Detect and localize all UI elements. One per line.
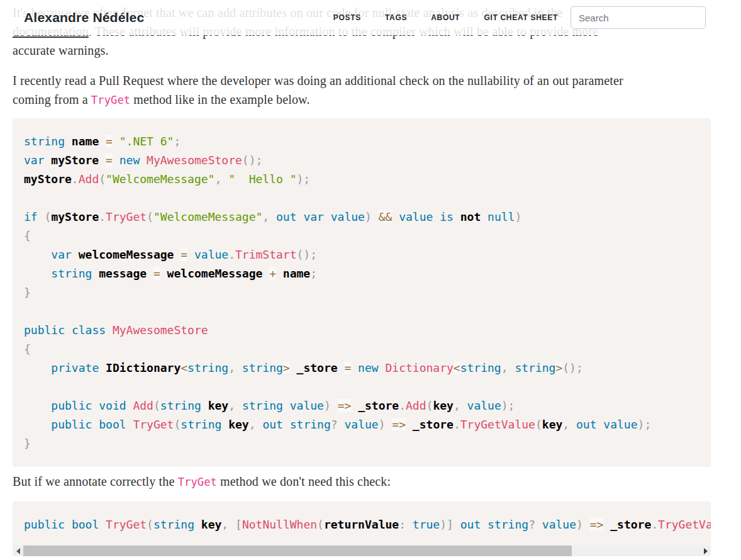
right-triangle-icon: [704, 548, 708, 554]
nav-item-about[interactable]: ABOUT: [431, 13, 460, 22]
site-header: Alexandre Nédélec POSTS TAGS ABOUT GIT C…: [0, 0, 741, 35]
nav-item-git-cheat-sheet[interactable]: GIT CHEAT SHEET: [484, 13, 558, 22]
text-segment: method we don't need this check:: [217, 474, 391, 488]
paragraph-line: I recently read a Pull Request where the…: [13, 71, 711, 90]
text-segment: coming from a: [13, 92, 91, 106]
paragraph-line: coming from a TryGet method like in the …: [13, 90, 711, 109]
site-title-link[interactable]: Alexandre Nédélec: [24, 10, 144, 25]
code-line: }: [24, 283, 699, 302]
code-block-example: string name = ".NET 6";var myStore = new…: [13, 118, 711, 467]
paragraph-annotate: But if we annotate correctly the TryGet …: [13, 472, 711, 491]
code-line: public class MyAwesomeStore: [24, 321, 699, 340]
code-line: [24, 189, 699, 208]
text-segment: method like in the example below.: [130, 92, 309, 106]
code-line: myStore.Add("WelcomeMessage", " Hello ")…: [24, 170, 699, 189]
scrollbar-right-arrow-icon[interactable]: [700, 546, 711, 556]
code-line: if (myStore.TryGet("WelcomeMessage", out…: [24, 208, 699, 227]
code-line: public void Add(string key, string value…: [24, 396, 699, 415]
code-line: }: [24, 434, 699, 453]
code-line: private IDictionary<string, string> _sto…: [24, 359, 699, 378]
inline-code-tryget: TryGet: [91, 94, 130, 106]
nav-item-posts[interactable]: POSTS: [333, 13, 361, 22]
intro-line-3: accurate warnings.: [13, 41, 711, 60]
code-line: string message = welcomeMessage + name;: [24, 264, 699, 283]
code-scroll-content: public bool TryGet(string key, [NotNullW…: [24, 515, 699, 534]
search-input[interactable]: [571, 6, 706, 29]
code-line: string name = ".NET 6";: [24, 132, 699, 151]
inline-code-tryget: TryGet: [178, 476, 217, 488]
code-line: var myStore = new MyAwesomeStore();: [24, 151, 699, 170]
paragraph-tryget-example: I recently read a Pull Request where the…: [13, 71, 711, 109]
paragraph-line: But if we annotate correctly the TryGet …: [13, 472, 711, 491]
code-line: var welcomeMessage = value.TrimStart();: [24, 245, 699, 264]
scrollbar-left-arrow-icon[interactable]: [13, 546, 23, 556]
code-line: [24, 378, 699, 396]
code-block-annotated: public bool TryGet(string key, [NotNullW…: [13, 501, 711, 556]
code-line: {: [24, 227, 699, 245]
article-content: It's because we often forget that we can…: [0, 3, 741, 556]
code-line: public bool TryGet(string key, [NotNullW…: [24, 515, 699, 534]
code-line: [24, 302, 699, 321]
code-line: public bool TryGet(string key, out strin…: [24, 415, 699, 434]
left-triangle-icon: [16, 548, 20, 554]
code-line: {: [24, 340, 699, 359]
nav-item-tags[interactable]: TAGS: [385, 13, 407, 22]
scrollbar-thumb[interactable]: [23, 546, 572, 556]
main-nav: POSTS TAGS ABOUT GIT CHEAT SHEET: [333, 13, 558, 22]
text-segment: But if we annotate correctly the: [13, 474, 178, 488]
code-horizontal-scrollbar[interactable]: [13, 546, 711, 556]
